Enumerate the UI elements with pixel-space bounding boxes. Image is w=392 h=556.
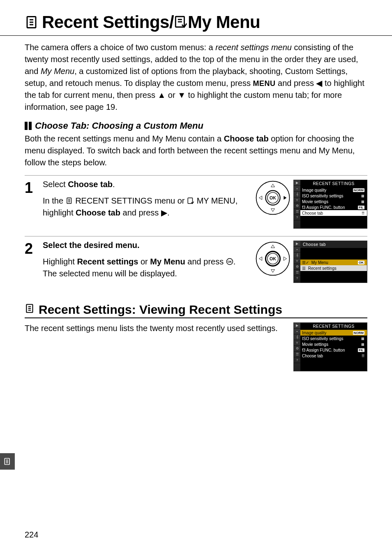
- step-number: 2: [25, 241, 36, 283]
- lcd-side-tab-icon: 𝄞: [294, 253, 300, 258]
- menu-button-label: MENU: [253, 79, 276, 88]
- lcd-side-tab-icon: •: [294, 186, 300, 192]
- lcd-side-tab-icon: 𝄞: [294, 192, 300, 197]
- intro-text-6: or: [166, 90, 178, 100]
- lcd-menu-row: f3 Assign FUNC. buttonFIL: [300, 347, 367, 353]
- step-2-body: Highlight Recent settings or My Menu and…: [43, 256, 248, 280]
- s2-e: and press: [185, 257, 226, 266]
- sub-body-bold: Choose tab: [224, 134, 269, 143]
- multi-selector-icon: OK: [255, 241, 291, 277]
- s1-f: .: [167, 208, 170, 217]
- lcd-side-tab-icon: 𝄞: [294, 334, 300, 340]
- lcd-side-tab-icon: •: [294, 329, 300, 334]
- s1-a: In the: [43, 196, 66, 205]
- subheading-bars-icon: [25, 122, 32, 130]
- recent-settings-icon: [25, 303, 35, 314]
- svg-text:OK: OK: [270, 256, 276, 261]
- step-2-title: Select the desired menu.: [43, 241, 248, 250]
- lcd-menu-row: Movie settings▦: [300, 199, 367, 204]
- lcd-side-tabs: ▶•𝄞Y⚙☰?: [294, 323, 300, 371]
- intro-italic-1: recent settings menu: [215, 43, 292, 52]
- sub-body-a: Both the recent settings menu and My Men…: [25, 134, 224, 143]
- lcd-side-tabs: ▶•𝄞Y⚙☰?: [294, 180, 300, 228]
- title-pre: Recent Settings/: [42, 12, 174, 32]
- intro-text: The camera offers a choice of two custom…: [25, 43, 215, 52]
- intro-italic-2: My Menu: [41, 67, 74, 76]
- svg-text:OK: OK: [228, 260, 232, 263]
- lcd-side-tab-icon: ☰: [294, 209, 300, 215]
- step-1-title-bold: Choose tab: [68, 180, 113, 189]
- up-arrow-icon: ▲: [158, 89, 166, 101]
- lcd-side-tab-icon: ☰: [294, 352, 300, 357]
- recent-settings-icon: [25, 15, 39, 30]
- s1-e: and press: [120, 208, 161, 217]
- page-title: Recent Settings/My Menu: [42, 12, 260, 32]
- lcd-side-tab-icon: ?: [294, 357, 300, 363]
- lcd-side-tab-icon: ▶: [294, 241, 300, 247]
- title-rule: [0, 35, 392, 36]
- lcd-screenshot-3: ▶•𝄞Y⚙☰? RECENT SETTINGS Image qualityNOR…: [293, 322, 367, 371]
- subheading-row: Choose Tab: Choosing a Custom Menu: [25, 120, 367, 131]
- lcd-side-tab-icon: ?: [294, 215, 300, 220]
- right-arrow-icon: ▶: [161, 207, 167, 219]
- lcd-menu-row: f3 Assign FUNC. buttonFIL: [300, 204, 367, 210]
- lcd-menu-row: ☰✓ My MenuOK: [300, 259, 367, 265]
- lcd-menu-row: ISO sensitivity settings▦: [300, 336, 367, 341]
- s2-b: Recent settings: [77, 257, 138, 266]
- intro-paragraph: The camera offers a choice of two custom…: [25, 42, 367, 113]
- page-title-row: Recent Settings/My Menu: [25, 12, 367, 32]
- lcd-side-tab-icon: ⚙: [294, 346, 300, 352]
- lcd-screenshot-2: ▶•𝄞Y⚙☰? Choose tab ☰✓ My MenuOK☰ Recent …: [293, 241, 367, 283]
- step-1-title-a: Select: [43, 180, 68, 189]
- step-1-title: Select Choose tab.: [43, 180, 248, 189]
- title-post: My Menu: [188, 12, 260, 32]
- lcd-menu-row: ☰ Recent settings: [300, 265, 367, 271]
- intro-text-4: and press: [276, 79, 316, 88]
- lcd-side-tab-icon: Y: [294, 258, 300, 264]
- my-menu-icon-small: [187, 197, 194, 204]
- lcd-title: RECENT SETTINGS: [300, 180, 367, 187]
- recent-settings-icon-small: [66, 197, 73, 204]
- left-arrow-icon: ◀: [316, 77, 322, 89]
- lcd-menu-row: Movie settings▦: [300, 341, 367, 347]
- step-1-title-c: .: [113, 180, 115, 189]
- lcd-title: Choose tab: [300, 241, 367, 248]
- s2-c: or: [138, 257, 150, 266]
- lcd-menu-row: ISO sensitivity settings▦: [300, 193, 367, 199]
- lcd-side-tabs: ▶•𝄞Y⚙☰?: [294, 241, 300, 283]
- step-1-body: In the RECENT SETTINGS menu or MY MENU, …: [43, 195, 248, 219]
- section-recent-settings: Recent Settings: Viewing Recent Settings…: [25, 303, 367, 371]
- recent-settings-icon: [3, 457, 12, 466]
- lcd-screenshot-1: ▶•𝄞Y⚙☰? RECENT SETTINGS Image qualityNOR…: [293, 180, 367, 229]
- chapter-side-tab: [0, 453, 15, 470]
- step-1: 1 Select Choose tab. In the RECENT SETTI…: [25, 176, 367, 236]
- my-menu-icon: [174, 15, 188, 29]
- subheading: Choose Tab: Choosing a Custom Menu: [35, 120, 203, 131]
- lcd-side-tab-icon: ▶: [294, 323, 300, 329]
- lcd-menu-row: Choose tab☰: [300, 210, 367, 216]
- lcd-menu-row: Choose tab☰: [300, 353, 367, 359]
- step-2: 2 Select the desired menu. Highlight Rec…: [25, 236, 367, 290]
- lcd-title: RECENT SETTINGS: [300, 323, 367, 330]
- lcd-side-tab-icon: •: [294, 247, 300, 253]
- sub-body: Both the recent settings menu and My Men…: [25, 133, 367, 169]
- lcd-menu-row: Image qualityNORM: [300, 330, 367, 336]
- lcd-side-tab-icon: ☰: [294, 270, 300, 276]
- multi-selector-icon: OK: [255, 180, 291, 216]
- lcd-side-tab-icon: Y: [294, 340, 300, 346]
- section-body-text: The recent settings menu lists the twent…: [25, 322, 285, 371]
- lcd-menu-row: Image qualityNORM: [300, 187, 367, 193]
- ok-button-icon: OK: [226, 258, 233, 265]
- section-title: Recent Settings: Viewing Recent Settings: [39, 303, 282, 317]
- lcd-side-tab-icon: Y: [294, 197, 300, 203]
- lcd-side-tab-icon: ▶: [294, 180, 300, 186]
- s1-d: Choose tab: [76, 208, 120, 217]
- lcd-side-tab-icon: ⚙: [294, 264, 300, 270]
- s2-a: Highlight: [43, 257, 77, 266]
- step-number: 1: [25, 180, 36, 229]
- lcd-side-tab-icon: ⚙: [294, 203, 300, 209]
- page-number: 224: [25, 530, 38, 540]
- s1-b: RECENT SETTINGS menu or: [73, 196, 187, 205]
- svg-text:OK: OK: [270, 195, 276, 200]
- down-arrow-icon: ▼: [178, 89, 186, 101]
